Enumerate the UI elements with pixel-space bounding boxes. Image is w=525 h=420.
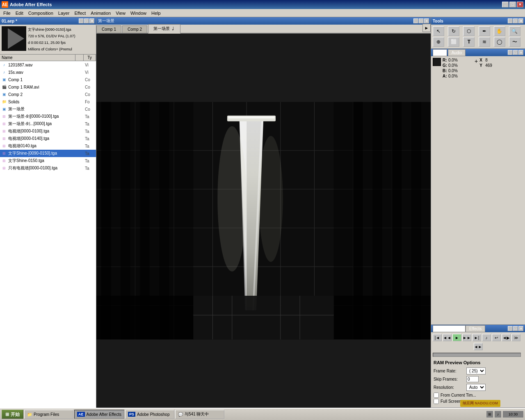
close-button[interactable]: ✕ (517, 2, 523, 7)
panel-close[interactable]: ✕ (89, 18, 94, 23)
start-button[interactable]: ⊞ 开始 (2, 410, 23, 419)
maximize-button[interactable]: □ (509, 2, 516, 7)
list-item[interactable]: 📁 Solids Fo (0, 98, 96, 105)
menu-composition[interactable]: Composition (26, 10, 56, 16)
btn-ram-prev[interactable]: ◄▶ (502, 334, 511, 341)
btn-next-frame[interactable]: ►► (462, 334, 471, 341)
main-container: 01.aep * _ □ ✕ 文字shine-[0090-0150].tga 7… (0, 17, 525, 408)
tool-ellipse[interactable]: ◯ (494, 37, 505, 47)
ps-icon: PS (128, 412, 135, 417)
list-item[interactable]: ⊞ 第一场景-剑...[0000].tga Ta (0, 120, 96, 128)
info-y-row: Y 469 (479, 63, 510, 68)
comp-nav[interactable]: ► (422, 24, 431, 32)
tab-info[interactable]: Info (433, 49, 447, 56)
tool-zoom-out[interactable]: ⊕ (433, 37, 444, 47)
col-flag (75, 55, 84, 61)
col-type: Ty (84, 55, 96, 61)
list-item[interactable]: ♪ 15s.wav Vi (0, 68, 96, 76)
menu-file[interactable]: File (1, 10, 13, 16)
transport-row2: ◄► (431, 343, 525, 352)
info-maximize[interactable]: □ (513, 50, 518, 55)
list-item[interactable]: ⊞ 第一场景-剑[0000-0100].tga Ta (0, 113, 96, 120)
comp-maximize[interactable]: □ (419, 18, 424, 23)
comp-controls: _ □ ✕ (413, 18, 429, 23)
tab-first-scene[interactable]: 第一场景 ♩ (148, 24, 180, 34)
skip-frames-input[interactable] (466, 376, 479, 382)
btn-prev-frame[interactable]: ◄◄ (443, 334, 452, 341)
image-icon: ⊞ (1, 128, 7, 135)
list-item[interactable]: ▣ Comp 1 Co (0, 76, 96, 83)
tool-hand[interactable]: ✋ (494, 26, 505, 36)
tab-comp2[interactable]: Comp 2 (122, 25, 147, 33)
tool-brush[interactable]: ≋ (479, 37, 490, 47)
tool-select[interactable]: ↖ (433, 26, 444, 36)
menu-animation[interactable]: Animation (88, 10, 113, 16)
panel-maximize[interactable]: □ (84, 18, 89, 23)
list-item[interactable]: ⊞ 只有电视墙[0000-0100].tga Ta (0, 164, 96, 172)
tab-time-controls[interactable]: Time Controls (433, 325, 466, 332)
project-info: 文字shine-[0090-0150].tga 720 x 576, D1/DV… (0, 25, 96, 55)
info-minimize[interactable]: _ (508, 50, 513, 55)
from-current-time-checkbox[interactable] (434, 393, 439, 398)
file-resolution: 720 x 576, D1/DV PAL (1.07) (28, 33, 75, 39)
tools-close[interactable]: ✕ (518, 18, 523, 23)
tool-text[interactable]: T (463, 37, 475, 47)
tab-effects[interactable]: Effects (466, 325, 485, 332)
btn-first-frame[interactable]: |◄ (433, 334, 442, 341)
time-maximize[interactable]: □ (513, 326, 518, 331)
info-close[interactable]: ✕ (518, 50, 523, 55)
btn-last-frame[interactable]: ►| (472, 334, 481, 341)
menu-effect[interactable]: Effect (72, 10, 88, 16)
tab-comp1[interactable]: Comp 1 (96, 25, 121, 33)
taskbar-chat[interactable]: 💬 与541 聊天中 (175, 410, 224, 419)
menu-window[interactable]: Window (128, 10, 149, 16)
list-item[interactable]: 🎬 Comp 1 RAM.avi Co (0, 83, 96, 91)
menu-view[interactable]: View (113, 10, 128, 16)
taskbar-program-files[interactable]: 📁 Program Files (24, 410, 73, 419)
btn-loop[interactable]: ↩ (492, 334, 501, 341)
menu-bar: File Edit Composition Layer Effect Anima… (0, 9, 525, 17)
btn-audio[interactable]: ♪ (482, 334, 491, 341)
list-item[interactable]: ⊞ 电视墙0140.tga Ta (0, 142, 96, 150)
menu-layer[interactable]: Layer (56, 10, 72, 16)
btn-center[interactable]: ◄► (474, 343, 483, 350)
btn-play[interactable]: ► (452, 334, 461, 341)
tool-wave[interactable]: 〜 (509, 37, 520, 47)
taskbar-after-effects[interactable]: AE Adobe After Effects (74, 410, 124, 419)
tool-shape[interactable]: ⬡ (463, 26, 475, 36)
comp-minimize[interactable]: _ (413, 18, 418, 23)
time-close[interactable]: ✕ (518, 326, 523, 331)
taskbar-photoshop[interactable]: PS Adobe Photoshop (125, 410, 174, 419)
list-item[interactable]: ⊞ 电视墙[0000-0100].tga Ta (0, 128, 96, 135)
list-item[interactable]: ▣ Comp 2 Co (0, 91, 96, 98)
tool-zoom-in[interactable]: 🔍 (509, 26, 520, 36)
panel-minimize[interactable]: _ (79, 18, 84, 23)
minimize-button[interactable]: _ (502, 2, 509, 7)
list-item[interactable]: ♪ 1201887.wav Vi (0, 61, 96, 68)
menu-edit[interactable]: Edit (13, 10, 26, 16)
list-item[interactable]: ⊞ 电视墙[0000-0140].tga Ta (0, 135, 96, 142)
menu-help[interactable]: Help (149, 10, 163, 16)
info-a-row: A: 0.0% (443, 74, 473, 78)
full-screen-checkbox[interactable] (434, 399, 439, 404)
time-minimize[interactable]: _ (508, 326, 513, 331)
list-item[interactable]: ▣ 第一场景 Co (0, 105, 96, 113)
tab-audio[interactable]: Audio (448, 49, 466, 56)
tool-pen[interactable]: ✒ (479, 26, 490, 36)
btn-ram-next[interactable]: ≫ (511, 334, 520, 341)
comp-close[interactable]: ✕ (424, 18, 429, 23)
list-item[interactable]: ⊞ 文字Shine-0150.tga Ta (0, 157, 96, 164)
list-item-selected[interactable]: ⊞ 文字Shine-[0090-0150].tga Ta (0, 150, 96, 157)
tool-rotate[interactable]: ↻ (448, 26, 459, 36)
tools-minimize[interactable]: _ (508, 18, 513, 23)
tools-maximize[interactable]: □ (513, 18, 518, 23)
info-panel: Info Audio _ □ ✕ R: 0.0% (431, 49, 525, 325)
ram-preview-title: RAM Preview Options (434, 360, 523, 365)
frame-rate-select[interactable]: ( 25) (466, 368, 486, 374)
resolution-select[interactable]: Auto (466, 384, 486, 391)
col-name: Name (0, 55, 75, 61)
tool-rect[interactable]: ⬜ (448, 37, 459, 47)
time-slider[interactable] (433, 353, 521, 357)
panel-controls: _ □ ✕ (79, 18, 94, 23)
tray-clock: 10:30 (503, 411, 523, 418)
